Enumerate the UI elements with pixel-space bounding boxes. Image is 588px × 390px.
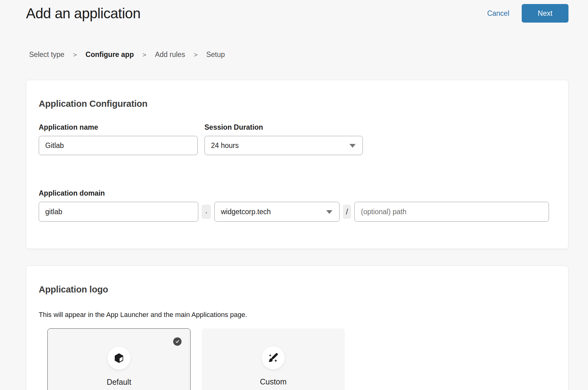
logo-option-default[interactable]: Default [47,328,191,390]
header-actions: Cancel Next [487,4,568,23]
breadcrumb-step-configure-app[interactable]: Configure app [86,50,134,59]
logo-option-custom-label: Custom [202,377,345,386]
session-duration-value: 24 hours [211,141,239,150]
application-logo-card: Application logo This will appear in the… [26,266,568,390]
breadcrumb: Select type > Configure app > Add rules … [29,50,588,59]
cube-icon [113,352,125,364]
path-input[interactable] [354,202,549,222]
application-configuration-card: Application Configuration Application na… [26,80,568,249]
custom-logo-circle [262,346,285,369]
logo-option-custom[interactable]: Custom [202,328,345,390]
breadcrumb-separator-icon: > [73,51,77,58]
breadcrumb-step-setup[interactable]: Setup [206,50,225,59]
application-name-field-group: Application name [39,123,198,155]
application-domain-row: . widgetcorp.tech / [39,202,551,222]
application-name-input[interactable] [39,136,198,155]
logo-option-default-label: Default [48,378,190,387]
application-logo-description: This will appear in the App Launcher and… [39,311,551,319]
check-icon [175,339,180,344]
breadcrumb-step-select-type[interactable]: Select type [29,50,64,59]
subdomain-input[interactable] [39,202,198,222]
session-duration-select[interactable]: 24 hours [204,136,363,155]
page-title: Add an application [26,4,141,23]
application-name-label: Application name [39,123,198,132]
chevron-down-icon [349,144,356,148]
paintbrush-icon [267,352,279,364]
application-logo-title: Application logo [39,284,551,295]
session-duration-label: Session Duration [204,123,363,132]
domain-select[interactable]: widgetcorp.tech [214,202,340,222]
session-duration-field-group: Session Duration 24 hours [204,123,363,155]
cancel-button[interactable]: Cancel [487,9,509,18]
breadcrumb-separator-icon: > [194,51,197,58]
domain-dot-separator: . [202,205,211,219]
name-duration-row: Application name Session Duration 24 hou… [39,123,551,155]
chevron-down-icon [326,210,332,214]
domain-select-value: widgetcorp.tech [221,208,271,216]
application-domain-label: Application domain [39,189,551,197]
breadcrumb-step-add-rules[interactable]: Add rules [155,50,185,59]
logo-options-row: Default Custom [47,328,551,390]
selected-check-badge [173,337,182,346]
application-configuration-title: Application Configuration [39,99,551,109]
page-header: Add an application Cancel Next [0,0,588,23]
next-button[interactable]: Next [522,4,568,23]
breadcrumb-separator-icon: > [143,51,146,58]
default-logo-circle [108,347,130,370]
path-slash-separator: / [343,205,351,219]
